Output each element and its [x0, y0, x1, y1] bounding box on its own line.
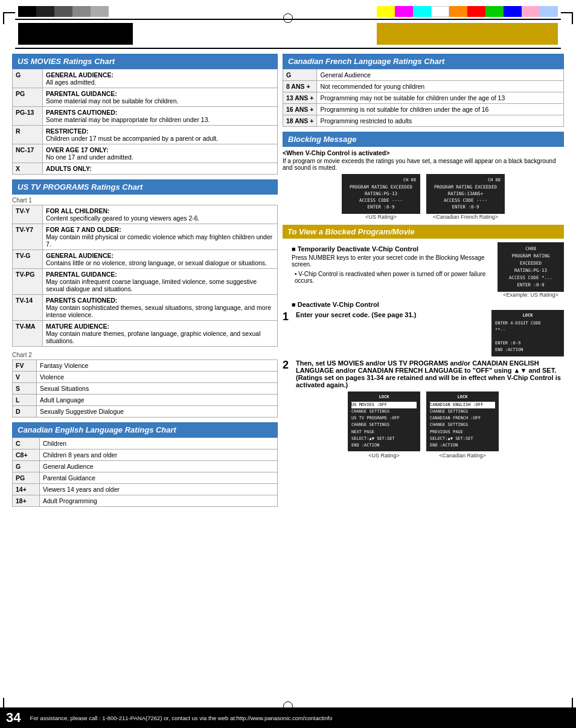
color-bar-right	[377, 6, 558, 17]
code: S	[13, 383, 37, 395]
us-screen-line1: PROGRAM RATING EXCEEDED	[346, 184, 416, 190]
us-lock-screen-wrap: LOCK US MOVIES :OFF CHANGE SETTINGS US T…	[348, 391, 420, 459]
temporarily-screen: CH08 PROGRAM RATING EXCEEDED RATING:PG-1…	[498, 242, 564, 292]
corner-mark-tl	[3, 12, 15, 24]
table-row: 13 ANS + Programming may not be suitable…	[283, 92, 564, 104]
blocking-body: If a program or movie exceeds the rating…	[283, 158, 564, 171]
canadian-english-table: C ChildrenC8+ Children 8 years and older…	[12, 437, 278, 507]
rating-code: G	[283, 69, 317, 81]
table-row: 16 ANS + Programming is not suitable for…	[283, 104, 564, 115]
rating-desc: General Audience	[40, 461, 278, 472]
view-blocked-title: To View a Blocked Program/Movie	[283, 225, 564, 239]
ca-lock-line1: CHANGE SETTINGS	[430, 408, 495, 415]
step1-text: Enter your secret code. (See page 31.)	[296, 311, 416, 318]
table-row: 14+ Viewers 14 years and older	[13, 484, 278, 495]
rating-code: C	[13, 438, 40, 449]
rating-code: X	[13, 163, 43, 175]
code: L	[13, 395, 37, 406]
rating-code: PG	[13, 472, 40, 484]
us-screen-line3: ACCESS CODE ----	[346, 197, 416, 204]
temp-screen-line1: PROGRAM RATING EXCEEDED	[502, 253, 560, 267]
canadian-english-section: Canadian English Language Ratings Chart …	[12, 422, 278, 507]
us-lock-caption: <US Rating>	[348, 453, 420, 459]
canadian-english-title: Canadian English Language Ratings Chart	[12, 422, 278, 437]
step2-content: Then, set US MOVIES and/or US TV PROGRAM…	[296, 359, 564, 388]
us-movies-section: US MOVIES Ratings Chart G GENERAL AUDIEN…	[12, 54, 278, 175]
step2-row: 2 Then, set US MOVIES and/or US TV PROGR…	[283, 359, 564, 388]
rating-code: G	[13, 69, 43, 88]
step2-number: 2	[283, 359, 292, 370]
blocking-message-title: Blocking Message	[283, 132, 564, 147]
blocking-screens: CH 08 PROGRAM RATING EXCEEDED RATING:PG-…	[283, 174, 564, 220]
rating-code: NC-17	[13, 144, 43, 163]
desc: Violence	[37, 372, 278, 383]
table-row: TV-G GENERAL AUDIENCE:Contains little or…	[13, 250, 278, 269]
us-lock-line4: NEXT PAGE	[351, 429, 417, 436]
canadian-french-title: Canadian French Language Ratings Chart	[283, 54, 564, 69]
ca-lock-screen-wrap: LOCK CANADIAN ENGLISH :OFF CHANGE SETTIN…	[426, 391, 499, 459]
table-row: G GENERAL AUDIENCE:All ages admitted.	[13, 69, 278, 88]
rating-code: G	[13, 461, 40, 472]
temporarily-body: Press NUMBER keys to enter your secret c…	[292, 254, 493, 268]
temporarily-section: Temporarily Deactivate V-Chip Control Pr…	[283, 242, 564, 298]
ca-lock-line5: SELECT:▲▼ SET:SET	[430, 436, 495, 442]
code: D	[13, 406, 37, 417]
table-row: 8 ANS + Not recommended for young childr…	[283, 81, 564, 92]
canadian-french-table: G General Audience8 ANS + Not recommende…	[283, 69, 564, 127]
corner-mark-tr	[561, 12, 573, 24]
rating-code: TV-Y7	[13, 224, 43, 250]
canadian-french-section: Canadian French Language Ratings Chart G…	[283, 54, 564, 127]
temp-screen-caption: <Example: US Rating>	[498, 292, 564, 298]
step1-screen-title: LOCK	[495, 312, 560, 319]
us-screen-wrap: CH 08 PROGRAM RATING EXCEEDED RATING:PG-…	[342, 174, 420, 220]
table-row: V Violence	[13, 372, 278, 383]
rating-code: PG-13	[13, 107, 43, 126]
view-blocked-section: To View a Blocked Program/Movie Temporar…	[283, 225, 564, 459]
step1-row: 1 Enter your secret code. (See page 31.)	[283, 311, 487, 322]
us-tv-chart2-table: FV Fantasy ViolenceV ViolenceS Sexual Si…	[12, 359, 278, 417]
rating-code: R	[13, 126, 43, 144]
rating-desc: PARENTAL GUIDANCE:Some material may not …	[43, 88, 278, 107]
step1-screen-line2: **--	[495, 327, 560, 333]
rating-desc: PARENTAL GUIDANCE:May contain infrequent…	[43, 269, 278, 295]
rating-code: TV-14	[13, 295, 43, 321]
us-screen-caption: <US Rating>	[342, 214, 420, 220]
table-row: FV Fantasy Violence	[13, 360, 278, 372]
rating-desc: MATURE AUDIENCE:May contain mature theme…	[43, 321, 278, 347]
temporarily-screen-wrap: CH08 PROGRAM RATING EXCEEDED RATING:PG-1…	[498, 242, 564, 298]
table-row: TV-Y7 FOR AGE 7 AND OLDER:May contain mi…	[13, 224, 278, 250]
rating-desc: FOR ALL CHILDREN:Content specifically ge…	[43, 205, 278, 224]
footer-text: For assistance, please call : 1-800-211-…	[30, 715, 332, 721]
rating-code: 14+	[13, 484, 40, 495]
ca-lock-screen: LOCK CANADIAN ENGLISH :OFF CHANGE SETTIN…	[426, 391, 499, 452]
step1-number: 1	[283, 311, 292, 322]
rating-desc: Not recommended for young children	[317, 81, 564, 92]
blocking-sub-heading: <When V-Chip Control is activated>	[283, 149, 564, 156]
ca-fr-rating-screen: CH 08 PROGRAM RATING EXCEEDED RATING:13A…	[426, 174, 505, 214]
us-screen-ch: CH 08	[346, 177, 416, 184]
rating-code: TV-MA	[13, 321, 43, 347]
temporarily-bullet: V-Chip Control is reactivated when power…	[295, 271, 493, 284]
ca-lock-line4: PREVIOUS PAGE	[430, 429, 495, 436]
table-row: D Sexually Suggestive Dialogue	[13, 406, 278, 417]
code: V	[13, 372, 37, 383]
ca-lock-caption: <Canadian Rating>	[426, 453, 499, 459]
ca-lock-line3: CHANGE SETTINGS	[430, 422, 495, 428]
rating-desc: General Audience	[317, 69, 564, 81]
footer: 34 For assistance, please call : 1-800-2…	[0, 707, 576, 728]
us-lock-line6: END :ACTION	[351, 442, 417, 449]
step1-screen-line1: ENTER 4-DIGIT CODE	[495, 320, 560, 327]
step2-text: Then, set US MOVIES and/or US TV PROGRAM…	[296, 359, 561, 388]
rating-code: TV-G	[13, 250, 43, 269]
rating-desc: ADULTS ONLY:	[43, 163, 278, 175]
center-mark-top	[283, 13, 293, 23]
table-row: G General Audience	[13, 461, 278, 472]
rating-code: TV-PG	[13, 269, 43, 295]
desc: Sexual Situations	[37, 383, 278, 395]
us-rating-screen: CH 08 PROGRAM RATING EXCEEDED RATING:PG-…	[342, 174, 420, 214]
step1-screen-wrap: LOCK ENTER 4-DIGIT CODE **-- ENTER :0-9 …	[491, 310, 564, 356]
step1-screen-line3	[495, 333, 560, 340]
us-lock-title: LOCK	[351, 394, 417, 401]
ca-lock-title: LOCK	[430, 394, 495, 401]
rating-desc: Parental Guidance	[40, 472, 278, 484]
